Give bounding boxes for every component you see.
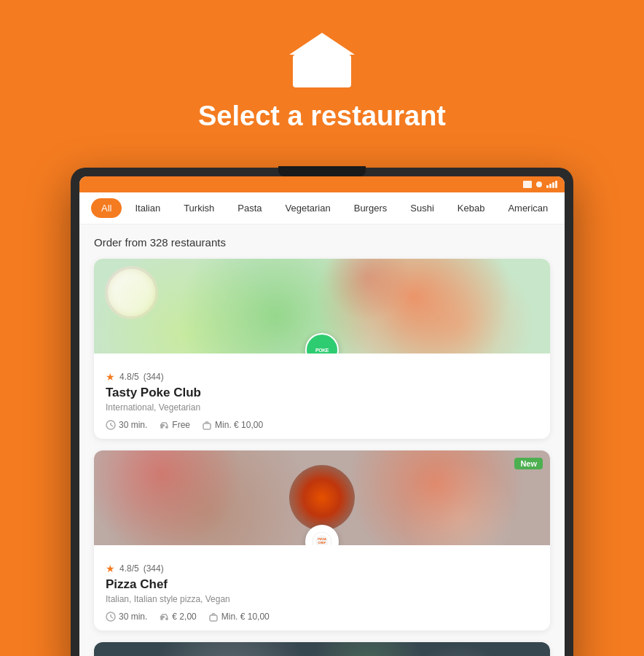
delivery-value-2: € 2,00: [172, 612, 196, 622]
rating-1: ★ 4.8/5 (344): [106, 371, 538, 383]
category-italian[interactable]: Italian: [125, 198, 170, 218]
meta-time-2: 30 min.: [106, 612, 147, 622]
restaurant-cuisine-1: International, Vegetarian: [106, 402, 538, 413]
restaurant-list: Order from 328 restaurants POKE ★ 4.8/5 …: [79, 224, 565, 656]
clock-icon-2: [106, 612, 116, 622]
page-title: Select a restaurant: [198, 101, 446, 132]
time-value-1: 30 min.: [119, 420, 147, 430]
card-image-1: POKE: [94, 259, 550, 354]
rating-reviews-1: (344): [144, 372, 164, 382]
svg-line-7: [111, 425, 113, 426]
svg-rect-2: [329, 66, 344, 77]
svg-text:CHEF: CHEF: [318, 541, 326, 544]
clock-icon: [106, 420, 116, 430]
svg-rect-11: [203, 423, 211, 429]
restaurant-name-2: Pizza Chef: [106, 577, 538, 592]
svg-rect-21: [160, 616, 165, 618]
category-sushi[interactable]: Sushi: [400, 198, 444, 218]
category-pasta[interactable]: Pasta: [227, 198, 272, 218]
delivery-icon: [159, 420, 169, 430]
restaurant-cuisine-2: Italian, Italian style pizza, Vegan: [106, 594, 538, 604]
rating-reviews-2: (344): [144, 563, 164, 574]
restaurant-name-1: Tasty Poke Club: [106, 386, 538, 400]
card-body-2: ★ 4.8/5 (344) Pizza Chef Italian, Italia…: [94, 545, 550, 630]
card-image-2: New PIZZA CHEF: [94, 450, 550, 545]
category-vegetarian[interactable]: Vegetarian: [275, 198, 341, 218]
rating-value-2: 4.8/5: [119, 563, 139, 574]
svg-point-9: [165, 426, 168, 429]
tablet-camera: [278, 166, 366, 176]
bag-icon: [202, 420, 212, 430]
wifi-icon: [523, 181, 532, 188]
tablet-screen: All Italian Turkish Pasta Vegetarian Bur…: [79, 176, 565, 656]
restaurant-card-1[interactable]: POKE ★ 4.8/5 (344) Tasty Poke Club Inter…: [94, 259, 550, 439]
delivery-icon-2: [159, 612, 169, 622]
svg-line-18: [111, 617, 113, 618]
svg-point-20: [165, 617, 168, 620]
min-value-2: Min. € 10,00: [221, 612, 270, 622]
svg-rect-4: [297, 52, 347, 58]
svg-marker-3: [289, 33, 355, 55]
store-icon: [289, 29, 355, 87]
rating-2: ★ 4.8/5 (344): [106, 563, 538, 574]
star-icon: ★: [106, 371, 115, 383]
card-meta-1: 30 min. Free: [106, 420, 538, 430]
battery-icon: [536, 181, 542, 187]
meta-min-2: Min. € 10,00: [208, 612, 270, 622]
card-body-1: ★ 4.8/5 (344) Tasty Poke Club Internatio…: [94, 354, 550, 439]
new-badge: New: [514, 458, 543, 469]
category-all[interactable]: All: [91, 198, 122, 218]
category-nav: All Italian Turkish Pasta Vegetarian Bur…: [79, 192, 565, 224]
svg-rect-22: [210, 615, 217, 621]
card-meta-2: 30 min. € 2,00: [106, 612, 538, 622]
tablet-frame: All Italian Turkish Pasta Vegetarian Bur…: [71, 168, 573, 656]
rating-value-1: 4.8/5: [119, 372, 139, 382]
restaurant-card-2[interactable]: New PIZZA CHEF ★ 4.8/5 (344): [94, 450, 550, 630]
svg-rect-1: [300, 66, 315, 87]
category-turkish[interactable]: Turkish: [173, 198, 224, 218]
meta-min-1: Min. € 10,00: [202, 420, 263, 430]
delivery-value-1: Free: [172, 420, 190, 430]
meta-delivery-2: € 2,00: [159, 612, 196, 622]
meta-time-1: 30 min.: [106, 420, 147, 430]
hero-section: Select a restaurant: [0, 0, 644, 154]
category-kebab[interactable]: Kebab: [447, 198, 495, 218]
category-american[interactable]: American: [498, 198, 558, 218]
sushi-image: [94, 642, 550, 656]
card-image-3: [94, 642, 550, 656]
section-subtitle: Order from 328 restaurants: [94, 236, 550, 249]
category-burgers[interactable]: Burgers: [344, 198, 398, 218]
bag-icon-2: [208, 612, 219, 622]
restaurant-card-3[interactable]: [94, 642, 550, 656]
min-value-1: Min. € 10,00: [215, 420, 263, 430]
svg-rect-10: [160, 424, 165, 426]
star-icon-2: ★: [106, 563, 115, 574]
signal-icon: [546, 181, 557, 188]
status-bar: [79, 176, 565, 192]
meta-delivery-1: Free: [159, 420, 190, 430]
time-value-2: 30 min.: [119, 612, 147, 622]
